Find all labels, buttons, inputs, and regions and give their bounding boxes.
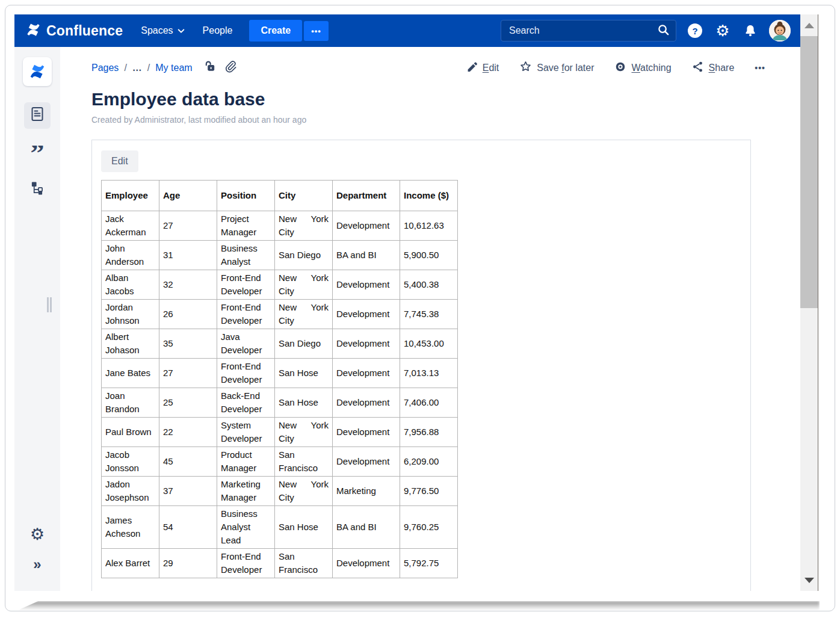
table-cell: Development xyxy=(333,418,400,447)
table-cell: Development xyxy=(333,211,400,241)
table-cell: Java Developer xyxy=(217,329,275,359)
table-cell: 45 xyxy=(159,447,217,477)
table-row: Jadon Josephson37Marketing ManagerNew Yo… xyxy=(102,477,458,506)
employee-table-body: Jack Ackerman27Project ManagerNew York C… xyxy=(102,211,458,578)
scroll-up-arrow[interactable] xyxy=(800,14,818,36)
table-cell: Albert Johason xyxy=(102,329,159,359)
vertical-scrollbar[interactable] xyxy=(800,14,818,591)
main-content: Pages / … / My team xyxy=(60,47,800,591)
settings-gear-icon[interactable]: ⚙ xyxy=(714,22,732,40)
table-cell: James Acheson xyxy=(102,506,159,549)
search-icon[interactable] xyxy=(657,23,670,39)
sidebar-expand-icon[interactable]: » xyxy=(33,557,41,572)
table-cell: Alex Barret xyxy=(102,549,159,578)
table-cell: Development xyxy=(333,270,400,300)
brand-name: Confluence xyxy=(46,23,123,39)
table-cell: Front-End Developer xyxy=(217,359,275,388)
space-settings-gear-icon[interactable]: ⚙ xyxy=(30,527,45,543)
breadcrumb-ellipsis[interactable]: … xyxy=(132,63,142,73)
more-actions-button[interactable]: ••• xyxy=(755,63,765,73)
table-cell: 29 xyxy=(159,549,217,578)
table-row: Jacob Jonsson45Product ManagerSan Franci… xyxy=(102,447,458,477)
table-header-cell: Income ($) xyxy=(400,181,458,211)
table-row: John Anderson31Business AnalystSan Diego… xyxy=(102,241,458,270)
table-cell: New York City xyxy=(275,270,333,300)
scrollbar-thumb[interactable] xyxy=(800,36,818,308)
table-cell: Paul Brown xyxy=(102,418,159,447)
scroll-down-arrow[interactable] xyxy=(800,569,818,591)
table-cell: Development xyxy=(333,329,400,359)
browser-window: Confluence Spaces People Create ••• xyxy=(14,14,818,591)
pencil-icon xyxy=(466,61,478,75)
table-cell: Jadon Josephson xyxy=(102,477,159,506)
table-cell: 26 xyxy=(159,300,217,329)
sidebar-item-pages[interactable] xyxy=(24,102,51,129)
table-cell: Back-End Developer xyxy=(217,388,275,418)
unlocked-padlock-icon[interactable] xyxy=(204,60,217,75)
sidebar-resize-handle[interactable] xyxy=(47,297,52,312)
table-edit-button[interactable]: Edit xyxy=(101,150,138,172)
table-cell: John Anderson xyxy=(102,241,159,270)
breadcrumb-my-team-link[interactable]: My team xyxy=(155,63,192,73)
table-row: Alex Barret29Front-End DeveloperSan Fran… xyxy=(102,549,458,578)
table-cell: BA and BI xyxy=(333,506,400,549)
page-byline: Created by Administrator, last modified … xyxy=(91,115,785,125)
table-row: Albert Johason35Java DeveloperSan DiegoD… xyxy=(102,329,458,359)
table-cell: 35 xyxy=(159,329,217,359)
table-row: Paul Brown22System DeveloperNew York Cit… xyxy=(102,418,458,447)
table-cell: 6,209.00 xyxy=(400,447,458,477)
sidebar-item-blog[interactable]: ” xyxy=(31,146,45,164)
breadcrumb-action-row: Pages / … / My team xyxy=(91,60,785,75)
attachment-paperclip-icon[interactable] xyxy=(224,60,236,75)
table-cell: 32 xyxy=(159,270,217,300)
search-box[interactable] xyxy=(501,20,676,42)
help-icon[interactable]: ? xyxy=(686,22,704,40)
table-cell: 10,453.00 xyxy=(400,329,458,359)
table-row: Jordan Johnson26Front-End DeveloperNew Y… xyxy=(102,300,458,329)
table-cell: 7,745.38 xyxy=(400,300,458,329)
watching-action[interactable]: Watching xyxy=(614,61,671,75)
nav-people[interactable]: People xyxy=(203,25,233,36)
table-cell: Development xyxy=(333,300,400,329)
table-cell: Front-End Developer xyxy=(217,549,275,578)
chevron-down-icon xyxy=(178,25,185,36)
table-cell: Jack Ackerman xyxy=(102,211,159,241)
content-card: Edit EmployeeAgePositionCityDepartmentIn… xyxy=(91,140,751,591)
star-icon xyxy=(519,60,532,75)
table-cell: Marketing Manager xyxy=(217,477,275,506)
table-cell: BA and BI xyxy=(333,241,400,270)
table-cell: New York City xyxy=(275,211,333,241)
user-avatar[interactable] xyxy=(769,20,791,42)
table-cell: 25 xyxy=(159,388,217,418)
table-row: Alban Jacobs32Front-End DeveloperNew Yor… xyxy=(102,270,458,300)
nav-spaces[interactable]: Spaces xyxy=(141,25,184,36)
notifications-bell-icon[interactable] xyxy=(741,22,759,40)
table-cell: Development xyxy=(333,549,400,578)
table-cell: 10,612.63 xyxy=(400,211,458,241)
body-row: ” ⚙ » xyxy=(14,47,800,591)
sidebar-item-page-tree[interactable] xyxy=(30,181,45,198)
top-navigation: Confluence Spaces People Create ••• xyxy=(14,14,800,47)
table-header-cell: Department xyxy=(333,181,400,211)
save-for-later-action[interactable]: Save for later xyxy=(519,60,594,75)
employee-table: EmployeeAgePositionCityDepartmentIncome … xyxy=(101,180,458,578)
table-cell: 5,400.38 xyxy=(400,270,458,300)
nav-more-button[interactable]: ••• xyxy=(304,21,329,41)
table-cell: 5,792.75 xyxy=(400,549,458,578)
search-input[interactable] xyxy=(509,25,657,36)
sidebar-space-logo[interactable] xyxy=(23,57,52,86)
breadcrumb-pages-link[interactable]: Pages xyxy=(91,63,119,73)
table-row: Jane Bates27Front-End DeveloperSan HoseD… xyxy=(102,359,458,388)
table-cell: 27 xyxy=(159,211,217,241)
confluence-logo[interactable]: Confluence xyxy=(25,22,123,40)
breadcrumb: Pages / … / My team xyxy=(91,60,236,75)
table-cell: Jordan Johnson xyxy=(102,300,159,329)
watching-eye-icon xyxy=(614,61,626,75)
table-cell: Jacob Jonsson xyxy=(102,447,159,477)
table-cell: 9,760.25 xyxy=(400,506,458,549)
create-button[interactable]: Create xyxy=(249,20,302,42)
share-action[interactable]: Share xyxy=(692,61,735,75)
edit-action[interactable]: Edit xyxy=(466,61,499,75)
table-cell: Development xyxy=(333,388,400,418)
table-cell: Product Manager xyxy=(217,447,275,477)
